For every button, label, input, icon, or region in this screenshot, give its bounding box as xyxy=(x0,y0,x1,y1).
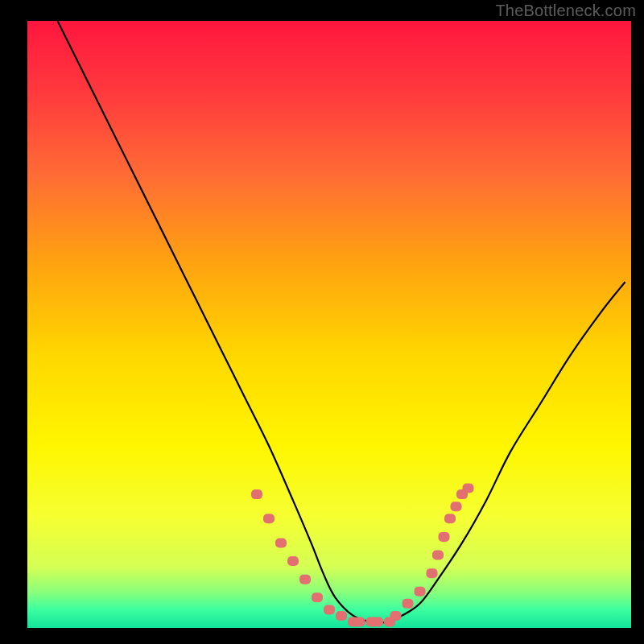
highlight-dot xyxy=(432,551,444,560)
highlight-dot xyxy=(372,617,383,626)
highlight-dot xyxy=(427,568,438,578)
highlight-dot xyxy=(312,592,323,602)
highlight-dot xyxy=(451,502,462,511)
highlight-dot xyxy=(263,514,275,523)
highlight-dot xyxy=(463,484,474,493)
plot-background xyxy=(27,21,631,628)
highlight-dot xyxy=(402,599,414,609)
highlight-dot xyxy=(444,514,456,523)
highlight-dot xyxy=(415,587,426,597)
chart-frame: TheBottleneck.com xyxy=(0,0,644,644)
watermark-text: TheBottleneck.com xyxy=(495,2,636,20)
chart-canvas xyxy=(0,0,644,644)
highlight-dot xyxy=(299,575,311,584)
highlight-dot xyxy=(354,617,365,626)
highlight-dot xyxy=(287,556,299,566)
highlight-dot xyxy=(336,611,347,621)
highlight-dot xyxy=(251,489,262,499)
highlight-dot xyxy=(439,532,450,542)
highlight-dot xyxy=(390,611,402,621)
highlight-dot xyxy=(275,538,287,547)
highlight-dot xyxy=(324,605,335,614)
